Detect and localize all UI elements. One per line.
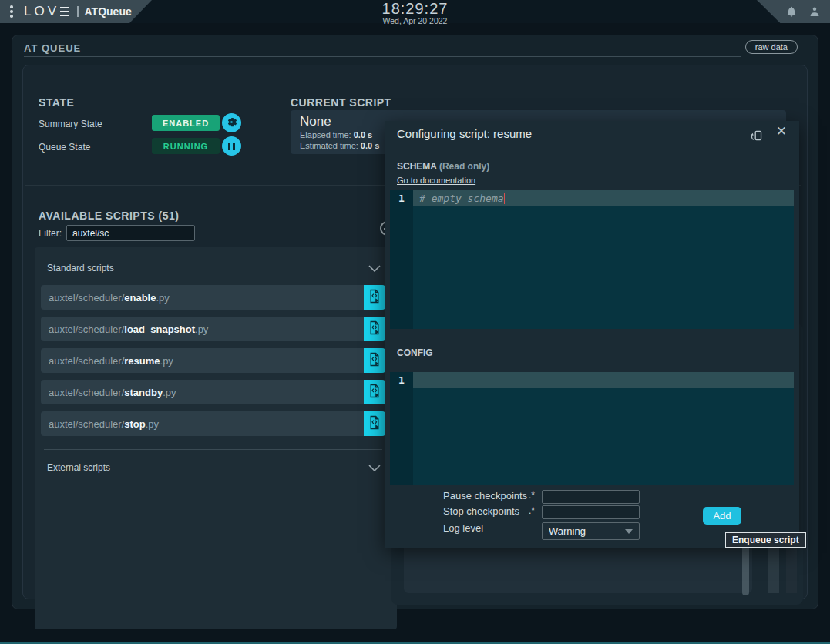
config-editor-content[interactable]: [413, 372, 794, 485]
filter-input[interactable]: [66, 225, 195, 241]
schema-editor-gutter: 1: [390, 190, 413, 329]
active-line: # empty schema: [413, 190, 794, 206]
close-icon[interactable]: ✕: [776, 125, 787, 138]
pause-checkpoints-input[interactable]: [542, 490, 640, 504]
configure-script-modal: Configuring script: resume ✕ SCHEMA (Rea…: [385, 121, 799, 548]
love-logo-e-icon: [60, 7, 69, 17]
add-button[interactable]: Add: [703, 507, 741, 525]
pause-icon: [228, 143, 235, 150]
kebab-menu-icon[interactable]: [10, 5, 13, 18]
clock: 18:29:27 Wed, Apr 20 2022: [382, 1, 449, 25]
raw-data-button[interactable]: raw data: [745, 40, 798, 54]
launch-script-icon: [368, 352, 381, 369]
script-ext: .py: [195, 324, 208, 335]
script-ext: .py: [163, 387, 176, 398]
clock-time: 18:29:27: [382, 1, 449, 16]
schema-editor[interactable]: 1 # empty schema: [390, 190, 794, 329]
rotate-view-icon[interactable]: [749, 128, 764, 145]
launch-script-icon: [368, 289, 381, 306]
script-row[interactable]: auxtel/scheduler/enable.py: [41, 285, 385, 310]
schema-comment: # empty schema: [413, 193, 504, 204]
stop-checkpoints-hint: .*: [529, 505, 535, 516]
queue-state-label: Queue State: [39, 142, 90, 153]
line-number: 1: [390, 372, 413, 388]
script-ext: .py: [156, 292, 169, 304]
queue-panel-edge: [786, 548, 797, 593]
script-name: auxtel/scheduler/stop.py: [41, 418, 159, 430]
top-bar: LOV ATQueue 18:29:27 Wed, Apr 20 2022: [0, 0, 830, 23]
pause-checkpoints-hint: .*: [529, 490, 535, 501]
page-title: ATQueue: [85, 5, 132, 18]
log-level-label: Log level: [443, 522, 483, 534]
script-basename: stop: [124, 418, 145, 430]
stop-checkpoints-input[interactable]: [542, 505, 640, 519]
script-path: auxtel/scheduler/: [49, 292, 124, 304]
top-bar-left-panel: LOV ATQueue: [0, 0, 154, 23]
log-level-select[interactable]: Warning: [542, 522, 640, 540]
modal-title: Configuring script: resume: [397, 127, 532, 140]
enqueue-script-tooltip: Enqueue script: [725, 532, 806, 548]
card-title-underline: [24, 56, 741, 57]
logo-divider: [77, 6, 79, 17]
script-row[interactable]: auxtel/scheduler/resume.py: [41, 348, 385, 373]
script-basename: resume: [124, 355, 160, 367]
schema-editor-content[interactable]: # empty schema: [413, 190, 794, 329]
documentation-link[interactable]: Go to documentation: [397, 176, 475, 185]
love-logo: LOV: [24, 4, 69, 19]
launch-script-button[interactable]: [364, 380, 385, 404]
pause-checkpoints-label: Pause checkpoints: [443, 490, 527, 501]
state-divider: [281, 98, 281, 175]
config-editor[interactable]: 1: [390, 372, 794, 485]
script-path: auxtel/scheduler/: [49, 418, 124, 430]
script-row[interactable]: auxtel/scheduler/load_snapshot.py: [41, 317, 385, 341]
script-row[interactable]: auxtel/scheduler/stop.py: [41, 411, 385, 436]
script-name: auxtel/scheduler/resume.py: [41, 355, 173, 367]
script-ext: .py: [160, 355, 173, 367]
launch-script-button[interactable]: [364, 285, 385, 310]
config-section-title: CONFIG: [397, 347, 433, 358]
card-title: AT QUEUE: [24, 42, 81, 54]
chevron-down-icon: [368, 265, 381, 272]
love-logo-text: LOV: [24, 4, 59, 19]
script-name: auxtel/scheduler/load_snapshot.py: [41, 324, 208, 335]
elapsed-time-label: Elapsed time:: [300, 130, 354, 139]
pause-checkpoints-row: Pause checkpoints .*: [385, 490, 799, 505]
line-number: 1: [390, 190, 413, 206]
script-path: auxtel/scheduler/: [49, 387, 124, 398]
summary-state-label: Summary State: [39, 119, 102, 129]
schema-title-text: SCHEMA: [397, 161, 439, 172]
schema-readonly-text: (Read only): [439, 161, 489, 172]
state-section-title: STATE: [39, 96, 74, 109]
user-icon[interactable]: [808, 5, 821, 18]
external-scripts-label: External scripts: [47, 462, 110, 473]
script-ext: .py: [146, 418, 159, 430]
stop-checkpoints-label: Stop checkpoints: [443, 505, 519, 517]
schema-section-title: SCHEMA (Read only): [397, 161, 489, 172]
clock-date: Wed, Apr 20 2022: [382, 16, 449, 25]
external-scripts-header[interactable]: External scripts: [41, 458, 385, 478]
launch-script-icon: [368, 320, 381, 337]
select-arrow-icon: [625, 529, 633, 534]
scripts-list-panel: Standard scripts auxtel/scheduler/enable…: [35, 247, 397, 629]
top-bar-right-panel: [757, 0, 830, 23]
standard-scripts-label: Standard scripts: [47, 263, 114, 273]
script-row[interactable]: auxtel/scheduler/standby.py: [41, 380, 385, 404]
estimated-time-label: Estimated time:: [300, 141, 361, 150]
launch-script-button[interactable]: [364, 411, 385, 436]
launch-script-icon: [368, 415, 381, 432]
elapsed-time-value: 0.0 s: [354, 130, 372, 139]
launch-script-button[interactable]: [364, 317, 385, 341]
script-basename: standby: [124, 387, 163, 398]
current-script-title: CURRENT SCRIPT: [291, 96, 391, 109]
script-basename: enable: [124, 292, 156, 304]
config-editor-gutter: 1: [390, 372, 413, 485]
summary-state-gear-button[interactable]: [222, 113, 241, 132]
queue-scrollbar-track: [768, 548, 779, 593]
notification-bell-icon[interactable]: [785, 5, 798, 18]
log-level-value: Warning: [543, 525, 625, 537]
active-line: [413, 372, 794, 388]
summary-state-badge: ENABLED: [152, 115, 220, 131]
queue-pause-button[interactable]: [222, 136, 241, 156]
standard-scripts-header[interactable]: Standard scripts: [41, 258, 385, 278]
launch-script-button[interactable]: [364, 348, 385, 373]
